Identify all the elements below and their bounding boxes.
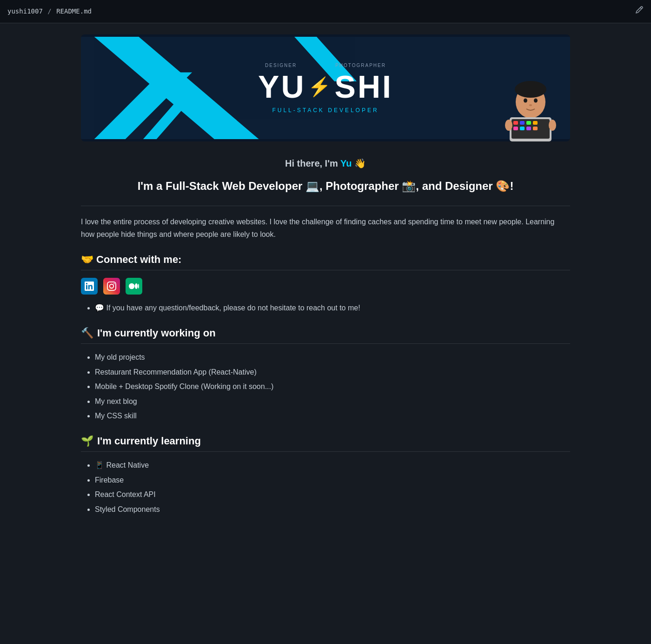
working-divider — [81, 343, 570, 344]
tagline-divider — [81, 206, 570, 206]
banner-label-designer: DESIGNER — [265, 62, 297, 69]
working-heading: 🔨 I'm currently working on — [81, 325, 570, 341]
banner-name-shi: SHI — [335, 71, 393, 102]
list-item: Mobile + Desktop Spotify Clone (Working … — [95, 381, 570, 393]
svg-rect-18 — [526, 127, 531, 130]
profile-banner: DESIGNER PHOTOGRAPHER YU ⚡ SHI FULL-STAC… — [81, 34, 570, 141]
greeting-wave: 👋 — [354, 158, 366, 168]
list-item: My CSS skill — [95, 410, 570, 422]
connect-heading-text: 🤝 Connect with me: — [81, 252, 181, 267]
banner-avatar — [505, 76, 556, 141]
connect-heading: 🤝 Connect with me: — [81, 252, 570, 267]
svg-point-7 — [524, 99, 527, 103]
svg-point-20 — [505, 120, 512, 131]
edit-icon[interactable] — [635, 5, 644, 18]
list-item: Styled Components — [95, 503, 570, 516]
svg-rect-15 — [533, 121, 538, 125]
connect-section: 🤝 Connect with me: — [81, 252, 570, 314]
connect-divider — [81, 270, 570, 270]
banner-label-photographer: PHOTOGRAPHER — [335, 62, 386, 69]
feedback-item: 💬 If you have any question/feedback, ple… — [95, 302, 570, 314]
greeting-prefix: Hi there, I'm — [285, 158, 340, 168]
svg-rect-13 — [520, 121, 525, 125]
list-item: My old projects — [95, 351, 570, 363]
svg-point-9 — [529, 104, 532, 106]
social-icons — [81, 278, 570, 295]
learning-heading-text: I'm currently learning — [97, 433, 201, 449]
working-emoji: 🔨 — [81, 325, 93, 341]
learning-list: 📱 React NativeFirebaseReact Context APIS… — [81, 459, 570, 515]
instagram-icon[interactable] — [103, 278, 120, 295]
svg-rect-16 — [513, 127, 518, 130]
username: yushi1007 — [7, 7, 43, 15]
svg-rect-14 — [526, 121, 531, 125]
list-item: 📱 React Native — [95, 459, 570, 471]
linkedin-icon[interactable] — [81, 278, 98, 295]
learning-divider — [81, 451, 570, 452]
svg-point-6 — [515, 81, 546, 98]
top-bar: yushi1007 / README.md — [0, 0, 651, 23]
banner-subtitle-highlight: DEVELOPER — [328, 107, 379, 114]
svg-rect-12 — [513, 121, 518, 125]
banner-name: YU ⚡ SHI — [258, 71, 393, 102]
learning-heading: 🌱 I'm currently learning — [81, 433, 570, 449]
working-heading-text: I'm currently working on — [97, 325, 216, 341]
svg-point-8 — [534, 99, 538, 103]
bio-text: I love the entire process of developing … — [81, 215, 570, 241]
greeting: Hi there, I'm Yu 👋 — [81, 156, 570, 170]
banner-labels: DESIGNER PHOTOGRAPHER — [265, 62, 386, 69]
filename: README.md — [56, 7, 92, 15]
list-item: My next blog — [95, 396, 570, 408]
banner-center: DESIGNER PHOTOGRAPHER YU ⚡ SHI FULL-STAC… — [258, 62, 393, 114]
banner-lightning: ⚡ — [308, 77, 333, 96]
working-list: My old projectsRestaurant Recommendation… — [81, 351, 570, 422]
breadcrumb: yushi1007 / README.md — [7, 7, 92, 16]
greeting-name: Yu — [340, 158, 352, 168]
connect-feedback-list: 💬 If you have any question/feedback, ple… — [81, 302, 570, 314]
svg-rect-19 — [533, 127, 538, 130]
learning-section: 🌱 I'm currently learning 📱 React NativeF… — [81, 433, 570, 515]
main-content: DESIGNER PHOTOGRAPHER YU ⚡ SHI FULL-STAC… — [70, 23, 581, 554]
svg-rect-17 — [520, 127, 525, 130]
svg-point-21 — [549, 120, 556, 131]
list-item: Firebase — [95, 474, 570, 486]
working-section: 🔨 I'm currently working on My old projec… — [81, 325, 570, 422]
list-item: React Context API — [95, 489, 570, 501]
tagline: I'm a Full-Stack Web Developer 💻, Photog… — [81, 178, 570, 195]
banner-subtitle: FULL-STACK DEVELOPER — [258, 106, 393, 114]
banner-name-yu: YU — [258, 71, 306, 102]
list-item: Restaurant Recommendation App (React-Nat… — [95, 366, 570, 378]
learning-emoji: 🌱 — [81, 433, 93, 449]
medium-icon[interactable] — [126, 278, 142, 295]
